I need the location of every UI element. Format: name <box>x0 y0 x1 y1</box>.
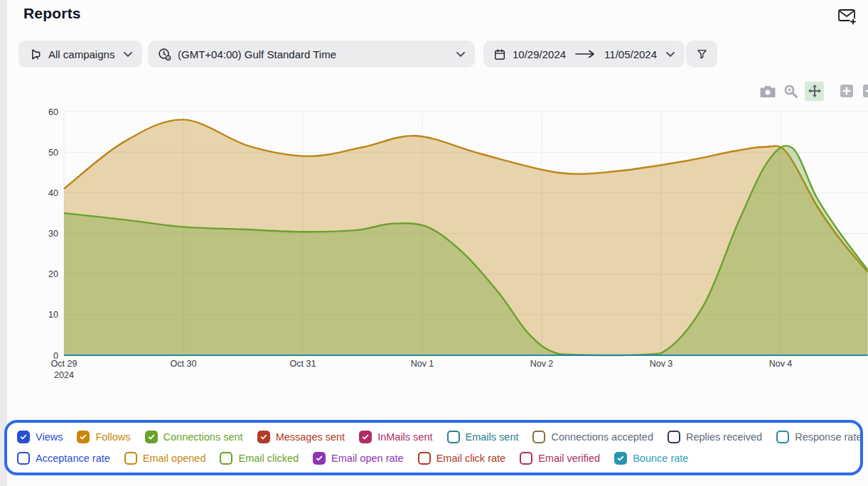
y-tick-label: 40 <box>48 188 58 198</box>
checked-checkbox[interactable] <box>614 452 627 465</box>
megaphone-icon <box>28 48 42 61</box>
checked-checkbox[interactable] <box>257 431 270 443</box>
legend-item-label: Bounce rate <box>633 453 688 464</box>
y-tick-label: 10 <box>48 310 58 320</box>
legend-item-email-click-rate[interactable]: Email click rate <box>418 452 506 465</box>
chevron-down-icon <box>666 52 675 57</box>
legend-item-label: Follows <box>95 431 130 443</box>
filter-button[interactable] <box>686 40 717 68</box>
legend-item-views[interactable]: Views <box>17 431 63 443</box>
unchecked-checkbox[interactable] <box>668 431 680 443</box>
unchecked-checkbox[interactable] <box>124 452 137 465</box>
x-tick-label: Nov 3 <box>650 359 673 369</box>
legend-item-response-rate[interactable]: Response rate <box>776 431 862 443</box>
x-tick-label: Oct 30 <box>171 359 197 369</box>
legend-row: Acceptance rateEmail openedEmail clicked… <box>17 448 850 468</box>
y-tick-label: 30 <box>48 229 58 239</box>
legend-item-label: Emails sent <box>466 431 519 443</box>
checked-checkbox[interactable] <box>313 452 326 465</box>
checked-checkbox[interactable] <box>359 431 372 443</box>
chevron-down-icon <box>124 52 132 57</box>
campaign-select[interactable]: All campaigns <box>18 40 142 68</box>
legend-item-emails-sent[interactable]: Emails sent <box>447 431 519 443</box>
y-tick-label: 20 <box>48 269 58 279</box>
unchecked-checkbox[interactable] <box>532 431 545 443</box>
date-range-end: 11/05/2024 <box>604 48 657 60</box>
legend-item-label: Messages sent <box>276 431 345 443</box>
unchecked-checkbox[interactable] <box>520 452 532 465</box>
legend-item-label: Acceptance rate <box>36 453 110 464</box>
legend-item-replies-received[interactable]: Replies received <box>668 431 762 443</box>
legend-item-label: Replies received <box>686 431 762 443</box>
series-legend: ViewsFollowsConnections sentMessages sen… <box>4 420 863 475</box>
timezone-select-label: (GMT+04:00) Gulf Standard Time <box>178 48 336 60</box>
envelope-plus-icon <box>837 7 859 26</box>
checked-checkbox[interactable] <box>17 431 30 443</box>
timezone-select[interactable]: (GMT+04:00) Gulf Standard Time <box>148 40 475 68</box>
x-tick-label: Oct 31 <box>290 359 316 369</box>
checked-checkbox[interactable] <box>145 431 158 443</box>
unchecked-checkbox[interactable] <box>418 452 431 465</box>
legend-item-label: Email clicked <box>238 453 299 464</box>
unchecked-checkbox[interactable] <box>776 431 789 443</box>
legend-item-label: Email open rate <box>331 453 404 464</box>
legend-item-label: Connections accepted <box>551 431 653 443</box>
campaign-select-label: All campaigns <box>48 48 114 60</box>
legend-item-acceptance-rate[interactable]: Acceptance rate <box>17 452 110 465</box>
page-title: Reports <box>23 5 81 22</box>
legend-item-email-open-rate[interactable]: Email open rate <box>313 452 404 465</box>
unchecked-checkbox[interactable] <box>17 452 30 465</box>
legend-item-email-opened[interactable]: Email opened <box>124 452 206 465</box>
legend-item-label: Connections sent <box>164 431 243 443</box>
legend-item-label: Response rate <box>795 431 862 443</box>
legend-item-email-clicked[interactable]: Email clicked <box>220 452 299 465</box>
legend-item-bounce-rate[interactable]: Bounce rate <box>614 452 688 465</box>
legend-item-label: Email verified <box>538 453 600 464</box>
new-email-button[interactable] <box>835 6 860 27</box>
date-range-start: 10/29/2024 <box>513 48 566 60</box>
calendar-icon <box>493 48 506 61</box>
x-tick-label: Oct 29 <box>51 359 77 369</box>
x-tick-label: Nov 2 <box>530 359 554 369</box>
legend-item-messages-sent[interactable]: Messages sent <box>257 431 345 443</box>
checked-checkbox[interactable] <box>77 431 90 443</box>
legend-item-email-verified[interactable]: Email verified <box>520 452 600 465</box>
legend-item-label: Views <box>36 431 63 443</box>
date-range-select[interactable]: 10/29/2024 11/05/2024 <box>483 40 685 68</box>
unchecked-checkbox[interactable] <box>220 452 232 465</box>
legend-item-label: Email click rate <box>436 453 506 464</box>
legend-item-follows[interactable]: Follows <box>77 431 130 443</box>
x-tick-label: Nov 4 <box>769 359 793 369</box>
y-tick-label: 50 <box>48 148 58 158</box>
legend-item-label: Email opened <box>143 453 206 464</box>
y-tick-label: 60 <box>48 107 58 117</box>
long-arrow-right-icon <box>575 50 595 58</box>
funnel-icon <box>696 48 708 60</box>
area-chart[interactable]: 0102030405060Oct 292024Oct 30Oct 31Nov 1… <box>0 75 868 387</box>
chevron-down-icon <box>456 52 465 57</box>
legend-item-inmails-sent[interactable]: InMails sent <box>359 431 432 443</box>
legend-item-connections-sent[interactable]: Connections sent <box>145 431 243 443</box>
unchecked-checkbox[interactable] <box>447 431 460 443</box>
clock-settings-icon <box>158 48 171 61</box>
legend-row: ViewsFollowsConnections sentMessages sen… <box>17 427 850 447</box>
x-tick-label: 2024 <box>54 370 74 380</box>
legend-item-connections-accepted[interactable]: Connections accepted <box>532 431 653 443</box>
legend-item-label: InMails sent <box>377 431 432 443</box>
x-tick-label: Nov 1 <box>411 359 434 369</box>
